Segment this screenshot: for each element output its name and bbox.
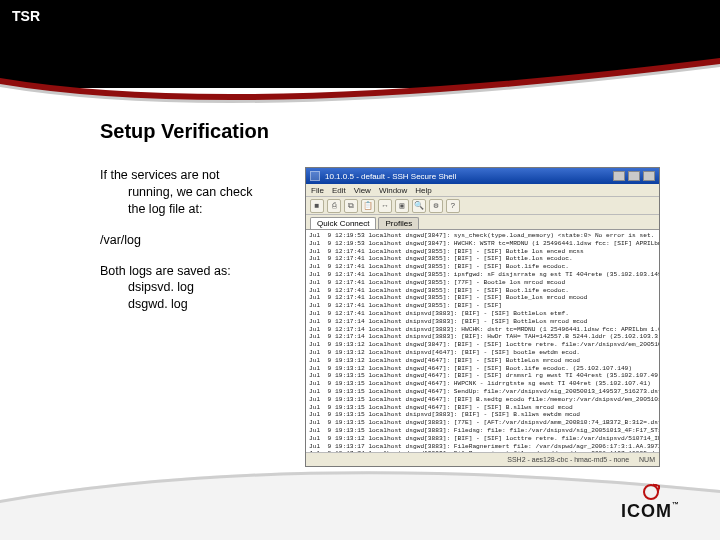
terminal-line: Jul 9 19:13:15 localhost dsgwd[4647]: Se…: [309, 388, 656, 396]
terminal-title: 10.1.0.5 - default - SSH Secure Shell: [322, 172, 610, 181]
tool-help-icon[interactable]: ?: [446, 199, 460, 213]
terminal-line: Jul 9 19:13:12 localhost dsgwd[3883]: [B…: [309, 435, 656, 443]
terminal-line: Jul 9 12:17:14 localhost dsipsvd[3883]: …: [309, 333, 656, 341]
tab-profiles[interactable]: Profiles: [378, 217, 419, 229]
tool-print-icon[interactable]: ⎙: [327, 199, 341, 213]
terminal-line: Jul 9 19:13:12 localhost dsgwd[3847]: [B…: [309, 341, 656, 349]
maximize-button[interactable]: [628, 171, 640, 181]
terminal-line: Jul 9 19:13:15 localhost dsgwd[4647]: [B…: [309, 404, 656, 412]
terminal-line: Jul 9 12:17:14 localhost dsipsvd[3883]: …: [309, 326, 656, 334]
terminal-line: Jul 9 19:13:15 localhost dsgwd[4647]: [B…: [309, 372, 656, 380]
terminal-screenshot: 10.1.0.5 - default - SSH Secure Shell Fi…: [305, 167, 660, 467]
status-num: NUM: [639, 456, 655, 463]
tool-connect-icon[interactable]: ↔: [378, 199, 392, 213]
tsr-badge: TSR: [12, 8, 40, 24]
terminal-titlebar: 10.1.0.5 - default - SSH Secure Shell: [306, 168, 659, 184]
terminal-line: Jul 9 19:13:15 localhost dsgwd[3883]: Fi…: [309, 427, 656, 435]
menu-file[interactable]: File: [311, 186, 324, 195]
body-text: If the services are not running, we can …: [100, 167, 293, 467]
terminal-line: Jul 9 12:17:41 localhost dsgwd[3855]: [B…: [309, 287, 656, 295]
terminal-line: Jul 9 12:17:14 localhost dsipsvd[3883]: …: [309, 318, 656, 326]
terminal-line: Jul 9 12:17:41 localhost dsgwd[3855]: [B…: [309, 263, 656, 271]
header-band: [0, 0, 720, 88]
p2-lead: Both logs are saved as:: [100, 264, 231, 278]
terminal-line: Jul 9 19:13:12 localhost dsgwd[4647]: [B…: [309, 357, 656, 365]
terminal-line: Jul 9 19:13:12 localhost dsgwd[4647]: [B…: [309, 365, 656, 373]
status-conn: SSH2 - aes128-cbc - hmac-md5 - none: [507, 456, 629, 463]
terminal-line: Jul 9 12:17:41 localhost dsgwd[3855]: [B…: [309, 255, 656, 263]
close-button[interactable]: [643, 171, 655, 181]
log-path: /var/log: [100, 232, 293, 249]
slide-title: Setup Verification: [100, 120, 660, 143]
terminal-line: Jul 9 12:17:41 localhost dsgwd[3855]: [7…: [309, 279, 656, 287]
terminal-line: Jul 9 12:17:41 localhost dsgwd[3855]: [B…: [309, 302, 656, 310]
terminal-line: Jul 9 12:17:41 localhost dsipsvd[3883]: …: [309, 310, 656, 318]
terminal-line: Jul 9 19:13:15 localhost dsgwd[3883]: [7…: [309, 419, 656, 427]
terminal-menubar: File Edit View Window Help: [306, 184, 659, 197]
tool-copy-icon[interactable]: ⧉: [344, 199, 358, 213]
terminal-line: Jul 9 19:13:12 localhost dsipsvd[4647]: …: [309, 349, 656, 357]
tool-folder-icon[interactable]: ▣: [395, 199, 409, 213]
terminal-tabs: Quick Connect Profiles: [306, 215, 659, 230]
terminal-line: Jul 9 12:17:41 localhost dsgwd[3855]: ip…: [309, 271, 656, 279]
terminal-line: Jul 9 19:13:15 localhost dsipsvd[3883]: …: [309, 411, 656, 419]
minimize-button[interactable]: [613, 171, 625, 181]
tab-quick-connect[interactable]: Quick Connect: [310, 217, 376, 229]
brand-name: ICOM™: [621, 501, 680, 522]
terminal-line: Jul 9 19:13:15 localhost dsgwd[4647]: [B…: [309, 396, 656, 404]
menu-edit[interactable]: Edit: [332, 186, 346, 195]
terminal-line: Jul 9 19:13:17 localhost dsgwd[3883]: Fi…: [309, 443, 656, 451]
p1-c2: the log file at:: [100, 201, 293, 218]
menu-window[interactable]: Window: [379, 186, 407, 195]
terminal-toolbar: ■ ⎙ ⧉ 📋 ↔ ▣ 🔍 ⚙ ?: [306, 197, 659, 215]
terminal-statusbar: SSH2 - aes128-cbc - hmac-md5 - none NUM: [306, 452, 659, 466]
terminal-line: Jul 9 12:19:53 localhost dsgwd[3847]: HW…: [309, 240, 656, 248]
tool-find-icon[interactable]: 🔍: [412, 199, 426, 213]
terminal-line: Jul 9 12:19:53 localhost dsgwd[3847]: sy…: [309, 232, 656, 240]
tool-save-icon[interactable]: ■: [310, 199, 324, 213]
brand-logo: ICOM™: [621, 484, 680, 522]
tool-paste-icon[interactable]: 📋: [361, 199, 375, 213]
menu-help[interactable]: Help: [415, 186, 431, 195]
brand-mark-icon: [643, 484, 659, 500]
terminal-output: Jul 9 12:19:53 localhost dsgwd[3847]: sy…: [306, 230, 659, 452]
p1-lead: If the services are not: [100, 168, 220, 182]
terminal-line: Jul 9 12:17:41 localhost dsgwd[3855]: [B…: [309, 248, 656, 256]
terminal-line: Jul 9 12:17:41 localhost dsgwd[3855]: [B…: [309, 294, 656, 302]
app-icon: [310, 171, 320, 181]
log1: dsipsvd. log: [100, 279, 293, 296]
log2: dsgwd. log: [100, 296, 293, 313]
menu-view[interactable]: View: [354, 186, 371, 195]
tool-settings-icon[interactable]: ⚙: [429, 199, 443, 213]
slide-content: Setup Verification If the services are n…: [100, 120, 660, 467]
terminal-line: Jul 9 19:13:15 localhost dsgwd[4647]: HW…: [309, 380, 656, 388]
p1-c1: running, we can check: [100, 184, 293, 201]
